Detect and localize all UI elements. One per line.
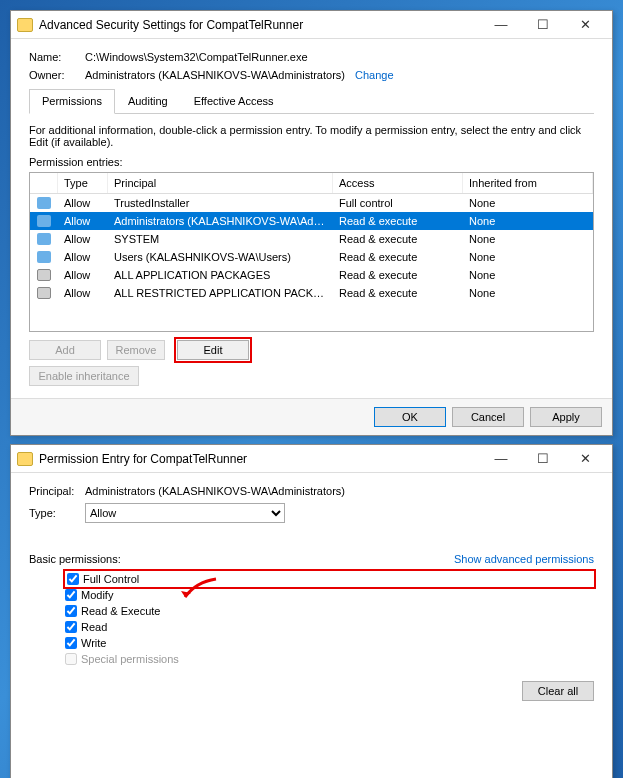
permission-entry-window: Permission Entry for CompatTelRunner — ☐…: [10, 444, 613, 778]
checkbox: [65, 653, 77, 665]
change-owner-link[interactable]: Change: [355, 69, 394, 81]
cell-type: Allow: [58, 214, 108, 228]
arrow-icon: [181, 577, 221, 607]
owner-label: Owner:: [29, 69, 85, 81]
permission-read[interactable]: Read: [65, 619, 594, 635]
cell-principal: ALL RESTRICTED APPLICATION PACKAGES: [108, 286, 333, 300]
table-row[interactable]: AllowALL APPLICATION PACKAGESRead & exec…: [30, 266, 593, 284]
cell-access: Read & execute: [333, 214, 463, 228]
show-advanced-link[interactable]: Show advanced permissions: [454, 553, 594, 565]
window-title: Permission Entry for CompatTelRunner: [39, 452, 480, 466]
owner-value: Administrators (KALASHNIKOVS-WA\Administ…: [85, 69, 345, 81]
table-row[interactable]: AllowALL RESTRICTED APPLICATION PACKAGES…: [30, 284, 593, 302]
checkbox[interactable]: [65, 589, 77, 601]
cell-type: Allow: [58, 268, 108, 282]
permission-label: Full Control: [83, 573, 139, 585]
principal-icon: [30, 196, 58, 210]
table-row[interactable]: AllowTrustedInstallerFull controlNone: [30, 194, 593, 212]
cell-inherited: None: [463, 250, 593, 264]
info-text: For additional information, double-click…: [29, 124, 594, 148]
cell-principal: ALL APPLICATION PACKAGES: [108, 268, 333, 282]
permission-special-permissions: Special permissions: [65, 651, 594, 667]
col-principal[interactable]: Principal: [108, 173, 333, 193]
cell-inherited: None: [463, 232, 593, 246]
minimize-button[interactable]: —: [480, 14, 522, 36]
permission-full-control[interactable]: Full Control: [65, 571, 594, 587]
enable-inheritance-button[interactable]: Enable inheritance: [29, 366, 139, 386]
tab-permissions[interactable]: Permissions: [29, 89, 115, 114]
cell-type: Allow: [58, 196, 108, 210]
permission-label: Read & Execute: [81, 605, 161, 617]
cell-access: Read & execute: [333, 232, 463, 246]
checkbox[interactable]: [67, 573, 79, 585]
cell-access: Read & execute: [333, 250, 463, 264]
permission-label: Special permissions: [81, 653, 179, 665]
cell-inherited: None: [463, 286, 593, 300]
table-row[interactable]: AllowUsers (KALASHNIKOVS-WA\Users)Read &…: [30, 248, 593, 266]
titlebar[interactable]: Permission Entry for CompatTelRunner — ☐…: [11, 445, 612, 473]
permission-write[interactable]: Write: [65, 635, 594, 651]
cell-inherited: None: [463, 214, 593, 228]
permission-modify[interactable]: Modify: [65, 587, 594, 603]
apply-button[interactable]: Apply: [530, 407, 602, 427]
cell-principal: Users (KALASHNIKOVS-WA\Users): [108, 250, 333, 264]
cell-access: Read & execute: [333, 268, 463, 282]
cell-inherited: None: [463, 196, 593, 210]
principal-label: Principal:: [29, 485, 85, 497]
ok-button[interactable]: OK: [374, 407, 446, 427]
tab-effective-access[interactable]: Effective Access: [181, 89, 287, 113]
cell-principal: Administrators (KALASHNIKOVS-WA\Admi...: [108, 214, 333, 228]
permission-label: Read: [81, 621, 107, 633]
cancel-button[interactable]: Cancel: [452, 407, 524, 427]
col-access[interactable]: Access: [333, 173, 463, 193]
cell-type: Allow: [58, 250, 108, 264]
col-inherited[interactable]: Inherited from: [463, 173, 593, 193]
permission-read-execute[interactable]: Read & Execute: [65, 603, 594, 619]
type-select[interactable]: Allow: [85, 503, 285, 523]
permission-label: Modify: [81, 589, 113, 601]
name-label: Name:: [29, 51, 85, 63]
remove-button[interactable]: Remove: [107, 340, 165, 360]
clear-all-button[interactable]: Clear all: [522, 681, 594, 701]
type-label: Type:: [29, 507, 85, 519]
tab-auditing[interactable]: Auditing: [115, 89, 181, 113]
checkbox[interactable]: [65, 621, 77, 633]
col-type[interactable]: Type: [58, 173, 108, 193]
cell-type: Allow: [58, 286, 108, 300]
principal-icon: [30, 232, 58, 246]
principal-value: Administrators (KALASHNIKOVS-WA\Administ…: [85, 485, 345, 497]
maximize-button[interactable]: ☐: [522, 448, 564, 470]
principal-icon: [30, 250, 58, 264]
table-row[interactable]: AllowSYSTEMRead & executeNone: [30, 230, 593, 248]
cell-principal: TrustedInstaller: [108, 196, 333, 210]
grid-header: Type Principal Access Inherited from: [30, 173, 593, 194]
cell-access: Read & execute: [333, 286, 463, 300]
name-value: C:\Windows\System32\CompatTelRunner.exe: [85, 51, 308, 63]
titlebar[interactable]: Advanced Security Settings for CompatTel…: [11, 11, 612, 39]
permission-grid[interactable]: Type Principal Access Inherited from All…: [29, 172, 594, 332]
principal-icon: [30, 268, 58, 282]
cell-access: Full control: [333, 196, 463, 210]
folder-icon: [17, 18, 33, 32]
principal-icon: [30, 286, 58, 300]
checkbox[interactable]: [65, 605, 77, 617]
permission-label: Write: [81, 637, 106, 649]
principal-icon: [30, 214, 58, 228]
add-button[interactable]: Add: [29, 340, 101, 360]
table-row[interactable]: AllowAdministrators (KALASHNIKOVS-WA\Adm…: [30, 212, 593, 230]
folder-icon: [17, 452, 33, 466]
close-button[interactable]: ✕: [564, 448, 606, 470]
advanced-security-window: Advanced Security Settings for CompatTel…: [10, 10, 613, 436]
cell-type: Allow: [58, 232, 108, 246]
close-button[interactable]: ✕: [564, 14, 606, 36]
basic-permissions-label: Basic permissions:: [29, 553, 121, 565]
cell-inherited: None: [463, 268, 593, 282]
tabs: Permissions Auditing Effective Access: [29, 89, 594, 114]
window-title: Advanced Security Settings for CompatTel…: [39, 18, 480, 32]
cell-principal: SYSTEM: [108, 232, 333, 246]
entries-label: Permission entries:: [29, 156, 594, 168]
maximize-button[interactable]: ☐: [522, 14, 564, 36]
minimize-button[interactable]: —: [480, 448, 522, 470]
checkbox[interactable]: [65, 637, 77, 649]
edit-button[interactable]: Edit: [177, 340, 249, 360]
